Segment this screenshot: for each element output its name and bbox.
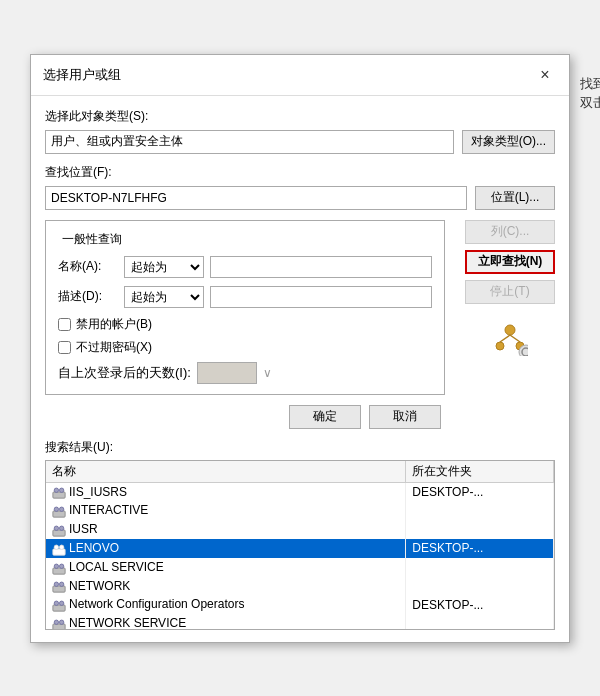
col-name: 名称: [46, 461, 406, 483]
result-name: IUSR: [46, 520, 406, 539]
table-row[interactable]: LENOVODESKTOP-...: [46, 539, 554, 558]
table-row[interactable]: Network Configuration OperatorsDESKTOP-.…: [46, 595, 554, 614]
result-folder: [406, 501, 554, 520]
dialog-title: 选择用户或组: [43, 66, 121, 84]
general-query-box: 一般性查询 名称(A): 起始为 描述(D):: [45, 220, 445, 395]
days-input[interactable]: [197, 362, 257, 384]
result-folder: DESKTOP-...: [406, 595, 554, 614]
result-name: LENOVO: [46, 539, 406, 558]
object-type-label: 选择此对象类型(S):: [45, 108, 555, 125]
svg-point-15: [54, 526, 58, 530]
disabled-checkbox[interactable]: [58, 318, 71, 331]
no-expire-checkbox[interactable]: [58, 341, 71, 354]
svg-rect-14: [53, 530, 65, 536]
result-name: Network Configuration Operators: [46, 595, 406, 614]
annotation: 找到自己的计算机名称 双击它: [580, 74, 600, 113]
svg-point-31: [59, 620, 63, 624]
table-row[interactable]: LOCAL SERVICE: [46, 558, 554, 577]
cancel-button[interactable]: 取消: [369, 405, 441, 429]
days-row: 自上次登录后的天数(I): ∨: [58, 362, 432, 384]
result-name: LOCAL SERVICE: [46, 558, 406, 577]
result-folder: [406, 614, 554, 629]
result-name: INTERACTIVE: [46, 501, 406, 520]
svg-line-4: [510, 335, 520, 342]
svg-point-25: [59, 583, 63, 587]
search-now-button[interactable]: 立即查找(N): [465, 250, 555, 274]
result-folder: [406, 577, 554, 596]
svg-point-19: [59, 545, 63, 549]
svg-rect-8: [53, 492, 65, 498]
svg-point-27: [54, 601, 58, 605]
svg-rect-23: [53, 586, 65, 592]
table-row[interactable]: IUSR: [46, 520, 554, 539]
svg-rect-17: [53, 549, 65, 555]
result-folder: [406, 558, 554, 577]
location-button[interactable]: 位置(L)...: [475, 186, 555, 210]
svg-line-3: [500, 335, 510, 342]
svg-point-10: [59, 488, 63, 492]
svg-rect-26: [53, 605, 65, 611]
svg-point-1: [496, 342, 504, 350]
svg-rect-20: [53, 568, 65, 574]
result-folder: DESKTOP-...: [406, 482, 554, 501]
svg-point-28: [59, 601, 63, 605]
svg-point-9: [54, 488, 58, 492]
svg-point-30: [54, 620, 58, 624]
disabled-label: 禁用的帐户(B): [76, 316, 152, 333]
network-icon: [465, 320, 555, 359]
result-name: NETWORK: [46, 577, 406, 596]
results-label: 搜索结果(U):: [45, 439, 555, 456]
name-dropdown[interactable]: 起始为: [124, 256, 204, 278]
ok-button[interactable]: 确定: [289, 405, 361, 429]
desc-label: 描述(D):: [58, 288, 118, 305]
results-container[interactable]: 名称 所在文件夹 IIS_IUSRSDESKTOP-... INTERACTIV…: [45, 460, 555, 630]
svg-rect-11: [53, 511, 65, 517]
location-input[interactable]: [45, 186, 467, 210]
title-bar: 选择用户或组 ×: [31, 55, 569, 96]
svg-point-21: [54, 564, 58, 568]
results-table: 名称 所在文件夹 IIS_IUSRSDESKTOP-... INTERACTIV…: [46, 461, 554, 630]
table-row[interactable]: NETWORK: [46, 577, 554, 596]
result-name: NETWORK SERVICE: [46, 614, 406, 629]
object-type-button[interactable]: 对象类型(O)...: [462, 130, 555, 154]
table-row[interactable]: INTERACTIVE: [46, 501, 554, 520]
select-user-dialog: 选择用户或组 × 选择此对象类型(S): 对象类型(O)... 查找位置(F):…: [30, 54, 570, 643]
desc-input[interactable]: [210, 286, 432, 308]
svg-point-24: [54, 583, 58, 587]
stop-button[interactable]: 停止(T): [465, 280, 555, 304]
table-row[interactable]: NETWORK SERVICE: [46, 614, 554, 629]
svg-point-13: [59, 507, 63, 511]
object-type-input[interactable]: [45, 130, 454, 154]
no-expire-label: 不过期密码(X): [76, 339, 152, 356]
close-button[interactable]: ×: [533, 63, 557, 87]
col-folder: 所在文件夹: [406, 461, 554, 483]
name-input[interactable]: [210, 256, 432, 278]
result-name: IIS_IUSRS: [46, 482, 406, 501]
svg-point-22: [59, 564, 63, 568]
desc-dropdown[interactable]: 起始为: [124, 286, 204, 308]
result-folder: [406, 520, 554, 539]
no-expire-row: 不过期密码(X): [58, 339, 432, 356]
general-query-title: 一般性查询: [58, 231, 126, 248]
svg-point-0: [505, 325, 515, 335]
name-label: 名称(A):: [58, 258, 118, 275]
location-label: 查找位置(F):: [45, 164, 555, 181]
svg-point-16: [59, 526, 63, 530]
svg-point-12: [54, 507, 58, 511]
disabled-accounts-row: 禁用的帐户(B): [58, 316, 432, 333]
days-label: 自上次登录后的天数(I):: [58, 364, 191, 382]
right-button-panel: 列(C)... 立即查找(N) 停止(T): [465, 220, 555, 439]
col-button[interactable]: 列(C)...: [465, 220, 555, 244]
result-folder: DESKTOP-...: [406, 539, 554, 558]
svg-rect-29: [53, 624, 65, 629]
svg-point-18: [54, 545, 58, 549]
table-row[interactable]: IIS_IUSRSDESKTOP-...: [46, 482, 554, 501]
